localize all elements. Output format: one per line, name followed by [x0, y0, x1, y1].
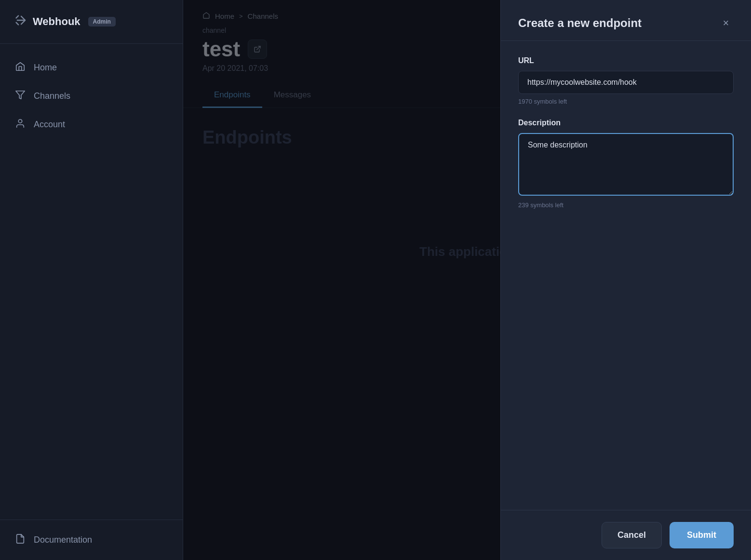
logo-icon	[14, 13, 28, 30]
svg-point-3	[18, 120, 22, 123]
description-form-group: Description Some description 239 symbols…	[518, 119, 734, 209]
sidebar-item-account[interactable]: Account	[0, 110, 183, 139]
sidebar-item-account-label: Account	[34, 120, 65, 130]
documentation-label: Documentation	[34, 535, 92, 545]
description-label: Description	[518, 119, 734, 127]
svg-line-1	[16, 23, 19, 25]
main-content: Home > Channels channel test Apr 20 2021…	[183, 0, 751, 560]
admin-badge: Admin	[88, 17, 116, 27]
channels-icon	[14, 90, 26, 103]
account-icon	[14, 118, 26, 131]
modal-title: Create a new endpoint	[518, 16, 642, 30]
svg-line-0	[16, 16, 19, 18]
modal-close-button[interactable]: ×	[718, 15, 734, 31]
sidebar-item-home[interactable]: Home	[0, 53, 183, 82]
url-label: URL	[518, 56, 734, 65]
modal-overlay: Create a new endpoint × URL 1970 symbols…	[183, 0, 751, 560]
description-char-count: 239 symbols left	[518, 201, 734, 209]
cancel-button[interactable]: Cancel	[602, 522, 662, 548]
svg-marker-2	[16, 91, 25, 99]
documentation-link[interactable]: Documentation	[14, 533, 168, 547]
sidebar-logo: Webhouk Admin	[14, 13, 116, 30]
url-char-count: 1970 symbols left	[518, 98, 734, 105]
modal-header: Create a new endpoint ×	[501, 0, 751, 41]
modal-body: URL 1970 symbols left Description Some d…	[501, 41, 751, 510]
sidebar-header: Webhouk Admin	[0, 0, 183, 44]
submit-button[interactable]: Submit	[670, 522, 734, 548]
description-textarea[interactable]: Some description	[518, 133, 734, 196]
sidebar: Webhouk Admin Home Channels	[0, 0, 183, 560]
sidebar-nav: Home Channels Account	[0, 44, 183, 520]
sidebar-item-home-label: Home	[34, 63, 57, 73]
url-form-group: URL 1970 symbols left	[518, 56, 734, 105]
logo-text: Webhouk	[33, 15, 80, 28]
modal-footer: Cancel Submit	[501, 510, 751, 560]
modal-panel: Create a new endpoint × URL 1970 symbols…	[500, 0, 751, 560]
close-icon: ×	[723, 17, 729, 29]
sidebar-footer[interactable]: Documentation	[0, 520, 183, 560]
sidebar-item-channels-label: Channels	[34, 91, 70, 101]
url-input[interactable]	[518, 71, 734, 94]
home-icon	[14, 61, 26, 74]
sidebar-item-channels[interactable]: Channels	[0, 82, 183, 110]
doc-icon	[14, 533, 26, 547]
